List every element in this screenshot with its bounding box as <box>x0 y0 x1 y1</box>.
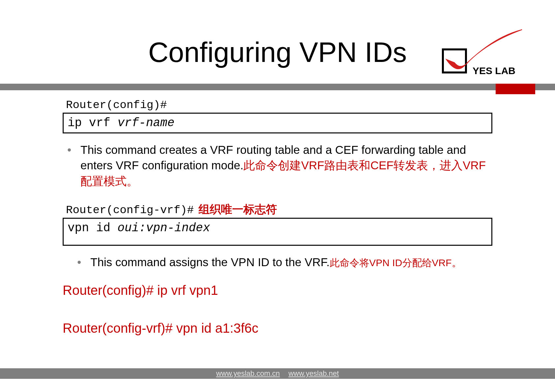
command-box-1: ip vrf vrf-name <box>63 113 492 133</box>
config-prompt-2: Router(config-vrf)# <box>66 204 194 216</box>
example-line-1: Router(config)# ip vrf vpn1 <box>63 283 492 298</box>
command-1: ip vrf <box>68 116 117 130</box>
bullet-list-1: This command creates a VRF routing table… <box>63 142 492 189</box>
bullet-1: This command creates a VRF routing table… <box>79 142 492 189</box>
svg-rect-0 <box>443 49 466 72</box>
bullet-2-en: This command assigns the VPN ID to the V… <box>90 256 330 268</box>
footer-bar: www.yeslab.com.cn www.yeslab.net <box>0 368 555 379</box>
logo-text: YES LAB <box>473 65 515 76</box>
command-2: vpn id <box>68 221 117 235</box>
config-prompt-1: Router(config)# <box>66 99 492 111</box>
prompt-row-2: Router(config-vrf)# 组织唯一标志符 <box>63 202 492 218</box>
content-area: Router(config)# ip vrf vrf-name This com… <box>63 99 492 336</box>
example-line-2: Router(config-vrf)# vpn id a1:3f6c <box>63 321 492 336</box>
footer-link-1[interactable]: www.yeslab.com.cn <box>216 369 280 378</box>
bullet-2-cn: 此命令将VPN ID分配给VRF。 <box>330 257 462 268</box>
yeslab-logo: YES LAB <box>433 26 532 79</box>
page-title: Configuring VPN IDs <box>148 37 407 68</box>
footer-link-2[interactable]: www.yeslab.net <box>289 369 339 378</box>
accent-block <box>496 84 535 94</box>
bullet-2: This command assigns the VPN ID to the V… <box>89 254 492 270</box>
command-1-arg: vrf-name <box>117 116 174 130</box>
divider-bar <box>0 84 555 90</box>
red-annotation: 组织唯一标志符 <box>199 202 277 217</box>
bullet-list-2: This command assigns the VPN ID to the V… <box>63 254 492 270</box>
command-2-arg: oui:vpn-index <box>117 221 210 235</box>
command-box-2: vpn id oui:vpn-index <box>63 218 492 246</box>
slide: YES LAB Configuring VPN IDs Router(confi… <box>0 0 555 392</box>
